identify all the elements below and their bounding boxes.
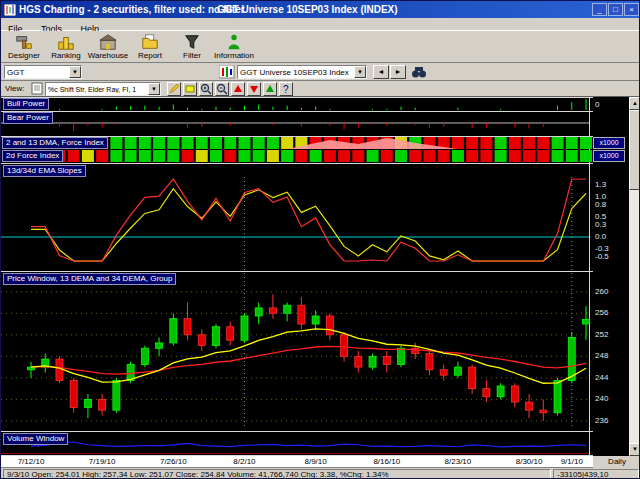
app-window: HGS Charting - 2 securities, filter used… (0, 0, 640, 479)
universe-combo[interactable]: GGT Universe 10SEP03 Index ▼ (237, 65, 367, 79)
date-tick: 8/2/10 (226, 457, 262, 466)
periodicity-label[interactable]: Daily (593, 456, 640, 468)
axis-label: 0.8 (595, 201, 606, 209)
status-coordinates: -33105|439,10 (553, 469, 639, 479)
designer-icon (15, 33, 33, 51)
report-button[interactable]: Report (129, 32, 171, 62)
force-index-2d-strip (25, 150, 592, 162)
date-tick: 8/23/10 (440, 457, 476, 466)
chart-icon (219, 65, 235, 79)
pencil-icon[interactable] (167, 82, 181, 96)
menu-bar: File Tools Help (1, 18, 640, 31)
price-ema-lines (31, 329, 586, 383)
scroll-up-button[interactable]: ▲ (629, 97, 640, 110)
filter-button[interactable]: Filter (171, 32, 213, 62)
date-tick: 9/1/10 (554, 457, 590, 466)
bull-power-spikes (31, 99, 586, 110)
bull-zero-label: 0 (595, 101, 599, 109)
ema-slopes-lines (1, 179, 589, 261)
zoom-out-icon[interactable] (215, 82, 229, 96)
svg-text:?: ? (283, 84, 289, 95)
axis-label: -0.5 (595, 253, 609, 261)
bear-power-panel-title[interactable]: Bear Power (3, 112, 53, 124)
dma-force-index-panel-title[interactable]: 2 and 13 DMA, Force Index (2, 137, 108, 149)
chevron-down-icon[interactable]: ▼ (148, 83, 160, 95)
bull-power-panel-title[interactable]: Bull Power (3, 98, 49, 110)
right-price-axis: 0 x1000 x1000 1.31.00.80.50.30.0-0.3-0.5… (593, 97, 629, 456)
minimize-button[interactable]: _ (592, 3, 607, 16)
axis-label: 0.3 (595, 221, 606, 229)
arrow-down-red-icon[interactable] (247, 82, 261, 96)
find-binoculars-icon[interactable] (411, 65, 427, 79)
volume-line (1, 442, 589, 454)
date-tick: 7/19/10 (84, 457, 120, 466)
scroll-down-button[interactable]: ▼ (629, 443, 640, 456)
highlighter-icon[interactable] (183, 82, 197, 96)
dma-force-strip (25, 137, 592, 149)
date-axis: 7/12/107/19/107/26/108/2/108/9/108/16/10… (1, 456, 640, 468)
axis-label: 244 (595, 374, 608, 382)
axis-label: 240 (595, 395, 608, 403)
axis-label: 260 (595, 288, 608, 296)
axis-label: 252 (595, 331, 608, 339)
window-title: HGS Charting - 2 securities, filter used… (19, 4, 245, 15)
price-window-panel-title[interactable]: Price Window, 13 DEMA and 34 DEMA, Group (3, 273, 176, 285)
next-security-button[interactable]: ► (390, 65, 406, 79)
information-label: Information (214, 51, 254, 60)
symbol-combo-value: GGT (5, 68, 69, 77)
arrow-up-red-icon[interactable] (231, 82, 245, 96)
symbol-combo[interactable]: GGT ▼ (4, 65, 82, 79)
warehouse-label: Warehouse (88, 51, 129, 60)
date-tick: 7/12/10 (13, 457, 49, 466)
warehouse-button[interactable]: Warehouse (87, 32, 129, 62)
report-label: Report (138, 51, 162, 60)
axis-label: 256 (595, 309, 608, 317)
fi2-x1000-label: x1000 (593, 150, 625, 162)
designer-button[interactable]: Designer (3, 32, 45, 62)
title-bar: HGS Charting - 2 securities, filter used… (1, 1, 640, 18)
volume-window-panel-title[interactable]: Volume Window (3, 433, 68, 445)
status-ohlc-summary: 9/3/10 Open: 254.01 High: 257.34 Low: 25… (3, 469, 551, 479)
date-tick: 8/16/10 (369, 457, 405, 466)
chart-area: Bull Power Bear Power 2 and 13 DMA, Forc… (1, 97, 640, 456)
view-toolbar: View: %c Shift Str, Elder Ray, FI, 1 ▼ (1, 81, 640, 97)
zoom-in-icon[interactable] (199, 82, 213, 96)
designer-label: Designer (8, 51, 40, 60)
status-bar: 9/3/10 Open: 254.01 High: 257.34 Low: 25… (1, 468, 640, 479)
app-icon (4, 4, 16, 16)
axis-label: 236 (595, 417, 608, 425)
universe-combo-value: GGT Universe 10SEP03 Index (238, 68, 354, 77)
warehouse-icon (99, 33, 117, 51)
main-toolbar: Designer Ranking Warehouse Report (1, 31, 640, 63)
window-title-secondary: GGT Universe 10SEP03 Index (INDEX) (217, 4, 398, 15)
date-ticks: 7/12/107/19/107/26/108/2/108/9/108/16/10… (1, 456, 593, 468)
filter-icon (183, 33, 201, 51)
previous-security-button[interactable]: ◄ (373, 65, 389, 79)
vertical-scrollbar[interactable]: ▲ ▼ (629, 97, 640, 456)
report-icon (141, 33, 159, 51)
view-combo[interactable]: %c Shift Str, Elder Ray, FI, 1 ▼ (45, 82, 161, 96)
ranking-label: Ranking (51, 51, 80, 60)
force-index-2d-panel-title[interactable]: 2d Force Index (2, 150, 63, 162)
scroll-thumb[interactable] (629, 110, 640, 190)
bear-power-spikes (1, 123, 589, 131)
arrow-up-green-icon[interactable] (263, 82, 277, 96)
ema-slopes-panel-title[interactable]: 13d/34d EMA Slopes (3, 165, 86, 177)
symbol-toolbar: GGT ▼ GGT Universe 10SEP03 Index ▼ ◄ ► (1, 63, 640, 81)
date-tick: 7/26/10 (155, 457, 191, 466)
close-button[interactable]: × (624, 3, 639, 16)
chevron-down-icon[interactable]: ▼ (69, 66, 81, 78)
axis-label: 0.0 (595, 233, 606, 241)
ranking-icon (57, 33, 75, 51)
filter-label: Filter (183, 51, 201, 60)
view-label: View: (5, 84, 24, 93)
maximize-button[interactable]: □ (608, 3, 623, 16)
information-button[interactable]: Information (213, 32, 255, 62)
dma-x1000-label: x1000 (593, 137, 625, 149)
ranking-button[interactable]: Ranking (45, 32, 87, 62)
date-tick: 8/30/10 (511, 457, 547, 466)
chevron-down-icon[interactable]: ▼ (354, 66, 366, 78)
axis-label: 1.3 (595, 181, 606, 189)
help-question-icon[interactable]: ? (279, 82, 293, 96)
information-icon (225, 33, 243, 51)
